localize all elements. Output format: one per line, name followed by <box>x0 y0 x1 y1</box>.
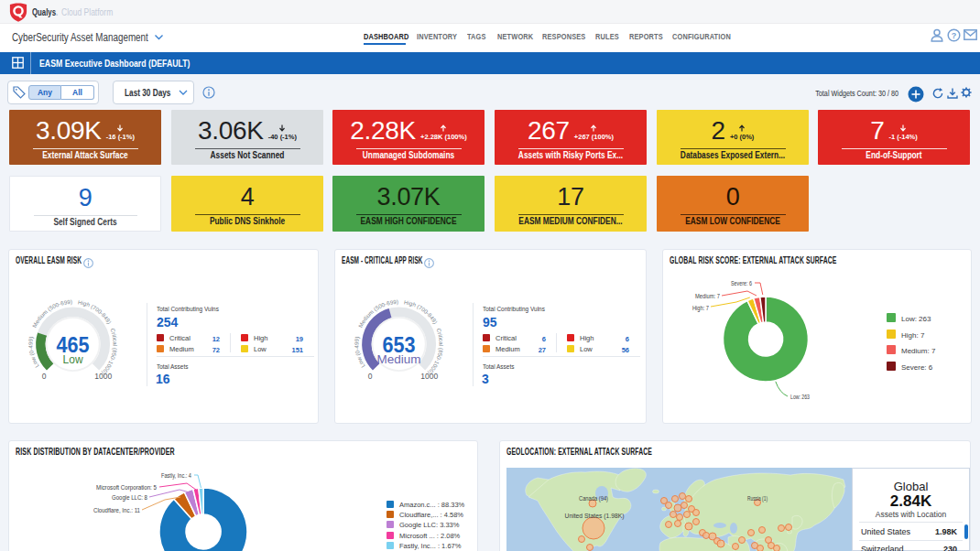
svg-text:Severe: 6: Severe: 6 <box>731 280 752 286</box>
svg-text:0: 0 <box>42 372 47 381</box>
svg-text:Medium: 7: Medium: 7 <box>695 293 720 299</box>
svg-text:Microsoft Corporation: 5: Microsoft Corporation: 5 <box>96 484 157 492</box>
svg-text:Russia (1): Russia (1) <box>747 495 768 502</box>
svg-text:High: 7: High: 7 <box>692 305 709 312</box>
svg-text:Cloudflare, Inc.: 11: Cloudflare, Inc.: 11 <box>93 507 140 513</box>
svg-text:1000: 1000 <box>94 372 112 381</box>
svg-text:Medium: Medium <box>377 352 421 366</box>
svg-text:0: 0 <box>368 372 373 381</box>
svg-text:Canada (94): Canada (94) <box>579 495 608 502</box>
svg-text:Low: 263: Low: 263 <box>790 394 810 400</box>
svg-text:Fastly, Inc.: 4: Fastly, Inc.: 4 <box>161 472 191 480</box>
svg-text:?: ? <box>952 31 957 40</box>
svg-text:United States (1.98K): United States (1.98K) <box>565 513 625 520</box>
svg-text:Low: Low <box>63 352 84 366</box>
svg-text:Google LLC: 8: Google LLC: 8 <box>112 494 147 502</box>
svg-text:1000: 1000 <box>420 372 438 381</box>
